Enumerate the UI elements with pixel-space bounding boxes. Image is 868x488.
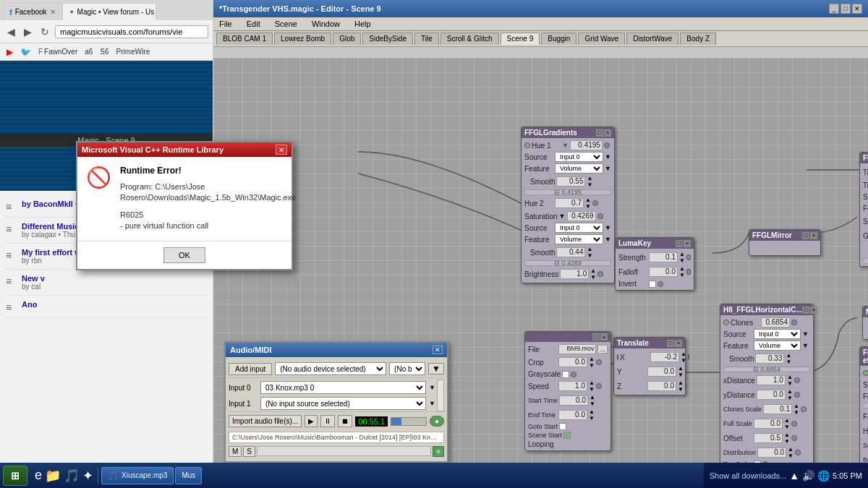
music-icon: 🎵 bbox=[108, 471, 119, 481]
runtime-error-dialog: Microsoft Visual C++ Runtime Library ✕ 🚫… bbox=[76, 141, 293, 270]
error-icon: 🚫 bbox=[86, 166, 111, 189]
dialog-close-button[interactable]: ✕ bbox=[276, 145, 287, 155]
dialog-overlay: Microsoft Visual C++ Runtime Library ✕ 🚫… bbox=[0, 0, 868, 488]
dialog-program: Program: C:\Users\Jose Rosero\Downloads\… bbox=[120, 181, 296, 204]
system-clock: 5:05 PM bbox=[833, 471, 862, 480]
dialog-titlebar: Microsoft Visual C++ Runtime Library ✕ bbox=[77, 142, 292, 157]
start-button[interactable]: ⊞ bbox=[3, 466, 27, 486]
taskbar: ⊞ e 📁 🎵 ✦ 🎵 Xiuscape.mp3 Mus Show all do… bbox=[0, 463, 868, 488]
taskbar-item-xiuscape[interactable]: 🎵 Xiuscape.mp3 bbox=[101, 467, 174, 484]
windows-logo: ⊞ bbox=[11, 470, 20, 481]
show-downloads-link[interactable]: Show all downloads... bbox=[710, 471, 786, 480]
folder-icon[interactable]: 📁 bbox=[45, 468, 61, 484]
quick-launch-bar: e 📁 🎵 ✦ bbox=[30, 468, 98, 484]
system-tray: Show all downloads... ▲ 🔊 🌐 5:05 PM bbox=[704, 463, 868, 488]
network-icon[interactable]: 🌐 bbox=[817, 470, 830, 481]
dialog-heading: Runtime Error! bbox=[120, 166, 296, 176]
ok-button[interactable]: OK bbox=[163, 247, 205, 263]
taskbar-item-mus[interactable]: Mus bbox=[175, 467, 202, 484]
magic-icon[interactable]: ✦ bbox=[82, 468, 93, 484]
up-arrow-icon[interactable]: ▲ bbox=[789, 470, 799, 481]
volume-icon[interactable]: 🔊 bbox=[802, 470, 814, 481]
media-icon[interactable]: 🎵 bbox=[64, 468, 80, 484]
ie-icon[interactable]: e bbox=[35, 468, 42, 484]
dialog-error-msg: - pure virtual function call bbox=[120, 221, 296, 231]
dialog-error-code: R6025 bbox=[120, 210, 296, 221]
taskbar-items: 🎵 Xiuscape.mp3 Mus bbox=[98, 467, 704, 484]
dialog-title: Microsoft Visual C++ Runtime Library bbox=[82, 145, 224, 154]
